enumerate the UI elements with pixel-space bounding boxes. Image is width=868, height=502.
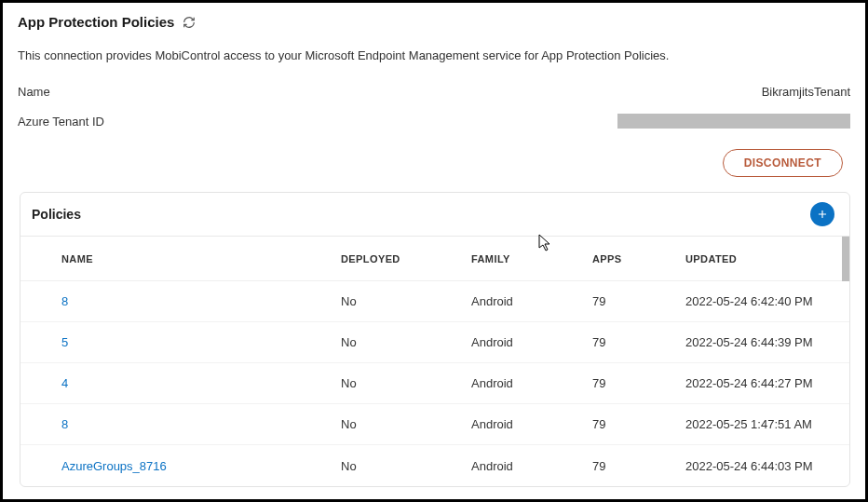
tenant-id-label: Azure Tenant ID	[18, 115, 104, 129]
connection-description: This connection provides MobiControl acc…	[3, 37, 865, 77]
name-field-label: Name	[18, 85, 50, 99]
col-deployed[interactable]: DEPLOYED	[341, 253, 471, 265]
cell-family: Android	[471, 294, 592, 308]
cell-updated: 2022-05-24 6:44:39 PM	[685, 335, 842, 349]
policies-table: NAME DEPLOYED FAMILY APPS UPDATED 8 No A…	[20, 237, 849, 486]
cell-deployed: No	[341, 294, 471, 308]
cell-deployed: No	[341, 417, 471, 431]
policy-name-link[interactable]: 5	[61, 335, 341, 349]
refresh-icon[interactable]	[182, 15, 197, 30]
scrollbar[interactable]	[842, 237, 849, 281]
cell-family: Android	[471, 459, 592, 473]
col-name[interactable]: NAME	[61, 253, 341, 265]
cell-family: Android	[471, 417, 592, 431]
policies-card: Policies NAME DEPLOYED FAMILY APPS UPDAT…	[20, 192, 850, 487]
cell-deployed: No	[341, 459, 471, 473]
cell-deployed: No	[341, 376, 471, 390]
policy-name-link[interactable]: 8	[61, 294, 341, 308]
cell-apps: 79	[592, 294, 685, 308]
cell-apps: 79	[592, 417, 685, 431]
disconnect-button[interactable]: DISCONNECT	[723, 149, 843, 177]
page-title: App Protection Policies	[18, 14, 174, 30]
cell-updated: 2022-05-24 6:42:40 PM	[685, 294, 842, 308]
cell-apps: 79	[592, 335, 685, 349]
col-updated[interactable]: UPDATED	[685, 253, 842, 265]
cell-family: Android	[471, 376, 592, 390]
cell-apps: 79	[592, 459, 685, 473]
table-row: 5 No Android 79 2022-05-24 6:44:39 PM	[20, 322, 849, 363]
tenant-id-value-redacted	[617, 114, 850, 129]
cell-apps: 79	[592, 376, 685, 390]
cell-updated: 2022-05-24 6:44:27 PM	[685, 376, 842, 390]
name-field-value: BikramjitsTenant	[762, 85, 850, 99]
cell-updated: 2022-05-25 1:47:51 AM	[685, 417, 842, 431]
policy-name-link[interactable]: 8	[61, 417, 341, 431]
table-row: 8 No Android 79 2022-05-24 6:42:40 PM	[20, 281, 849, 322]
policy-name-link[interactable]: 4	[61, 376, 341, 390]
cell-family: Android	[471, 335, 592, 349]
policy-name-link[interactable]: AzureGroups_8716	[61, 459, 341, 473]
cell-deployed: No	[341, 335, 471, 349]
col-family[interactable]: FAMILY	[471, 253, 592, 265]
cell-updated: 2022-05-24 6:44:03 PM	[685, 459, 842, 473]
policies-title: Policies	[32, 207, 81, 222]
table-row: 8 No Android 79 2022-05-25 1:47:51 AM	[20, 404, 849, 445]
table-header: NAME DEPLOYED FAMILY APPS UPDATED	[20, 237, 849, 281]
add-policy-button[interactable]	[810, 202, 834, 226]
table-row: AzureGroups_8716 No Android 79 2022-05-2…	[20, 445, 849, 486]
table-row: 4 No Android 79 2022-05-24 6:44:27 PM	[20, 363, 849, 404]
col-apps[interactable]: APPS	[592, 253, 685, 265]
